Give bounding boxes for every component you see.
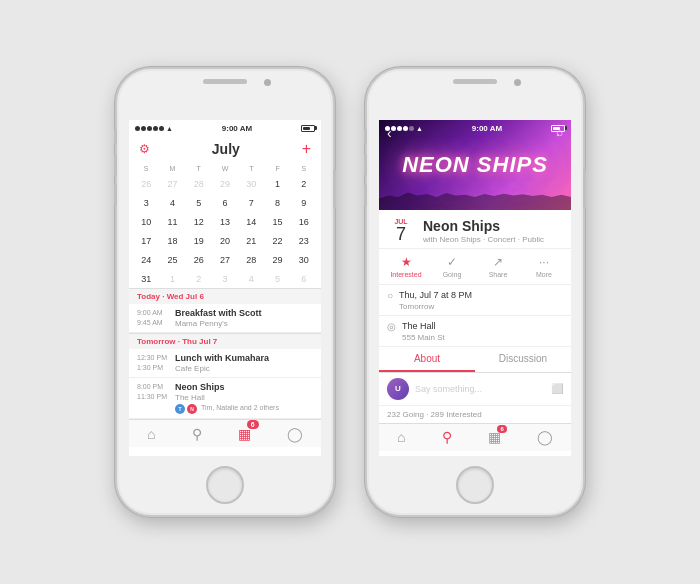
cal-cell[interactable]: 26 xyxy=(133,175,159,193)
cal-cell[interactable]: 1 xyxy=(264,175,290,193)
wifi-icon: ▲ xyxy=(416,125,423,132)
wifi-icon: ▲ xyxy=(166,125,173,132)
event-subtitle: with Neon Ships · Concert · Public xyxy=(423,235,544,244)
signal-dot-4 xyxy=(153,126,158,131)
cal-cell[interactable]: 11 xyxy=(159,213,185,231)
calendar-nav-button[interactable]: ▦ 6 xyxy=(488,429,501,445)
cal-cell[interactable]: 3 xyxy=(212,270,238,288)
cal-cell[interactable]: 9 xyxy=(291,194,317,212)
cal-cell[interactable]: 29 xyxy=(264,251,290,269)
event-attendees: Tim, Natalie and 2 others xyxy=(201,404,279,414)
cal-cell[interactable]: 2 xyxy=(186,270,212,288)
cal-cell[interactable]: 22 xyxy=(264,232,290,250)
day-label-wed: W xyxy=(212,164,238,173)
cal-cell[interactable]: 16 xyxy=(291,213,317,231)
profile-nav-button[interactable]: ◯ xyxy=(537,429,553,445)
calendar-screen: ▲ 9:00 AM ⚙ July + S M T W xyxy=(129,120,321,455)
tab-about[interactable]: About xyxy=(379,347,475,372)
cal-cell[interactable]: 12 xyxy=(186,213,212,231)
phone-speaker xyxy=(453,79,497,84)
event-time: 9:00 AM 9:45 AM xyxy=(137,308,175,328)
cal-cell[interactable]: 28 xyxy=(238,251,264,269)
cal-cell[interactable]: 18 xyxy=(159,232,185,250)
signal-indicator xyxy=(135,126,164,131)
cal-cell[interactable]: 6 xyxy=(291,270,317,288)
interested-button[interactable]: ★ Interested xyxy=(389,255,424,278)
cal-cell[interactable]: 3 xyxy=(133,194,159,212)
cal-cell[interactable]: 26 xyxy=(186,251,212,269)
venue-address: 555 Main St xyxy=(402,333,445,342)
tab-discussion[interactable]: Discussion xyxy=(475,347,571,372)
cal-cell[interactable]: 28 xyxy=(186,175,212,193)
cal-cell[interactable]: 20 xyxy=(212,232,238,250)
cal-cell[interactable]: 27 xyxy=(159,175,185,193)
search-nav-button[interactable]: ⚲ xyxy=(192,426,202,442)
cal-cell[interactable]: 30 xyxy=(291,251,317,269)
home-button[interactable] xyxy=(456,466,494,504)
cal-cell[interactable]: 25 xyxy=(159,251,185,269)
cal-cell[interactable]: 5 xyxy=(186,194,212,212)
cal-cell[interactable]: 31 xyxy=(133,270,159,288)
event-details: Lunch with Kumahara Cafe Epic xyxy=(175,353,313,373)
cal-cell[interactable]: 4 xyxy=(238,270,264,288)
vol-down-button xyxy=(114,184,117,206)
signal-dot-2 xyxy=(391,126,396,131)
cal-cell[interactable]: 17 xyxy=(133,232,159,250)
event-time: 12:30 PM 1:30 PM xyxy=(137,353,175,373)
signal-dot-3 xyxy=(147,126,152,131)
cal-cell[interactable]: 27 xyxy=(212,251,238,269)
event-details: Neon Ships The Hall T N Tim, Natalie and… xyxy=(175,382,313,414)
signal-dot-3 xyxy=(397,126,402,131)
cal-cell[interactable]: 4 xyxy=(159,194,185,212)
share-button[interactable]: ↗ Share xyxy=(481,255,516,278)
day-label-thu: T xyxy=(238,164,264,173)
event-lunch[interactable]: 12:30 PM 1:30 PM Lunch with Kumahara Caf… xyxy=(129,349,321,378)
cal-cell[interactable]: 10 xyxy=(133,213,159,231)
signal-indicator xyxy=(385,126,414,131)
cal-cell[interactable]: 14 xyxy=(238,213,264,231)
profile-nav-button[interactable]: ◯ xyxy=(287,426,303,442)
photo-icon[interactable]: ⬜ xyxy=(551,383,563,394)
home-button[interactable] xyxy=(206,466,244,504)
add-event-button[interactable]: + xyxy=(302,140,311,158)
settings-icon[interactable]: ⚙ xyxy=(139,142,150,156)
side-button xyxy=(333,169,336,209)
cal-cell[interactable]: 19 xyxy=(186,232,212,250)
event-neon-ships[interactable]: 8:00 PM 11:30 PM Neon Ships The Hall T N… xyxy=(129,378,321,419)
home-nav-button[interactable]: ⌂ xyxy=(147,426,155,442)
search-nav-button[interactable]: ⚲ xyxy=(442,429,452,445)
battery-fill xyxy=(553,127,560,130)
event-breakfast[interactable]: 9:00 AM 9:45 AM Breakfast with Scott Mam… xyxy=(129,304,321,333)
location-icon: ◎ xyxy=(387,321,396,332)
more-button[interactable]: ··· More xyxy=(527,255,562,278)
event-end-time: 9:45 AM xyxy=(137,318,175,328)
cal-cell[interactable]: 7 xyxy=(238,194,264,212)
event-screen: ▲ 9:00 AM NEON SHIPS ‹ ⌕ xyxy=(379,120,571,455)
cal-cell[interactable]: 13 xyxy=(212,213,238,231)
cal-cell[interactable]: 1 xyxy=(159,270,185,288)
going-button[interactable]: ✓ Going xyxy=(435,255,470,278)
cal-cell[interactable]: 24 xyxy=(133,251,159,269)
day-label-fri: F xyxy=(264,164,290,173)
cal-cell[interactable]: 2 xyxy=(291,175,317,193)
calendar-nav-button[interactable]: ▦ 6 xyxy=(238,425,251,443)
share-icon: ↗ xyxy=(493,255,503,269)
home-nav-button[interactable]: ⌂ xyxy=(397,429,405,445)
event-location: Mama Penny's xyxy=(175,319,313,328)
cal-cell[interactable]: 8 xyxy=(264,194,290,212)
event-avatars: T N Tim, Natalie and 2 others xyxy=(175,404,313,414)
event-name: Neon Ships xyxy=(423,218,544,234)
event-end-time: 1:30 PM xyxy=(137,363,175,373)
mute-button xyxy=(364,129,367,145)
cal-today-cell[interactable]: 6 xyxy=(212,194,238,212)
cal-cell[interactable]: 30 xyxy=(238,175,264,193)
cal-cell[interactable]: 21 xyxy=(238,232,264,250)
cal-cell[interactable]: 5 xyxy=(264,270,290,288)
going-label: Going xyxy=(443,271,462,278)
cal-cell[interactable]: 23 xyxy=(291,232,317,250)
signal-dot-4 xyxy=(403,126,408,131)
interested-label: Interested xyxy=(390,271,421,278)
cal-cell[interactable]: 29 xyxy=(212,175,238,193)
cal-cell[interactable]: 15 xyxy=(264,213,290,231)
comment-input[interactable]: Say something... xyxy=(415,384,545,394)
